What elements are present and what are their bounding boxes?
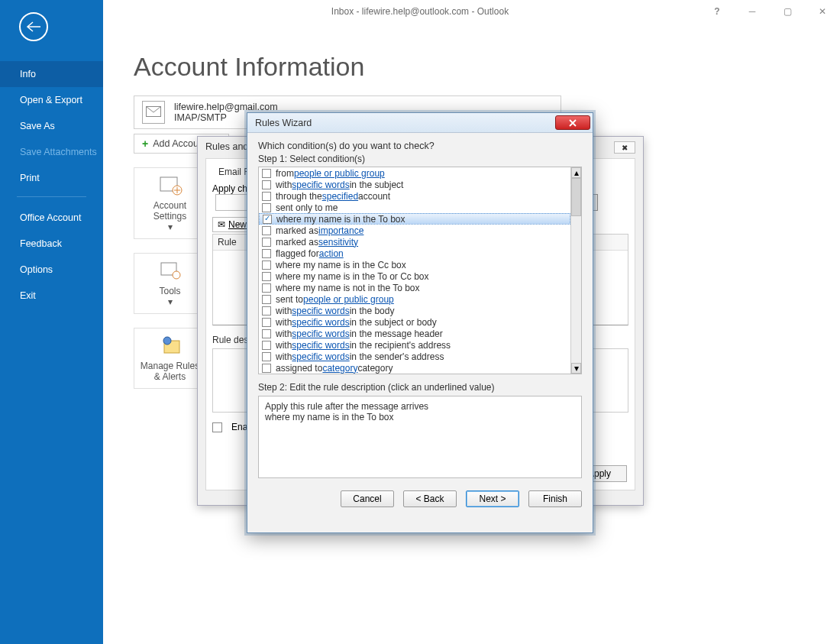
condition-link[interactable]: specific words xyxy=(292,306,349,316)
sidebar-item-exit[interactable]: Exit xyxy=(0,283,103,309)
condition-text: sent to xyxy=(276,294,303,305)
condition-text: with xyxy=(276,328,292,339)
condition-link[interactable]: category xyxy=(322,363,357,374)
condition-row[interactable]: with specific words in the subject xyxy=(259,179,570,190)
cancel-button[interactable]: Cancel xyxy=(341,490,394,507)
condition-checkbox[interactable] xyxy=(262,329,271,338)
condition-text: where my name is not in the To box xyxy=(276,283,420,293)
condition-link[interactable]: people or public group xyxy=(294,168,385,179)
rules-alerts-close-button[interactable]: ✖ xyxy=(614,141,635,154)
help-button[interactable]: ? xyxy=(699,0,735,23)
condition-text: in the sender's address xyxy=(350,351,444,362)
condition-checkbox[interactable] xyxy=(262,306,271,316)
condition-row[interactable]: where my name is in the Cc box xyxy=(259,259,570,270)
condition-row[interactable]: sent to people or public group xyxy=(259,293,570,305)
plus-icon: + xyxy=(142,138,148,150)
scroll-thumb[interactable] xyxy=(571,178,581,216)
condition-text: with xyxy=(276,351,292,362)
condition-text: assigned to xyxy=(276,363,322,374)
condition-checkbox[interactable] xyxy=(262,283,271,293)
condition-row[interactable]: where my name is in the To box xyxy=(259,213,570,225)
sidebar-item-info[interactable]: Info xyxy=(0,61,103,87)
condition-link[interactable]: specific words xyxy=(292,328,349,339)
wizard-step1-label: Step 1: Select condition(s) xyxy=(258,154,582,164)
next-button[interactable]: Next > xyxy=(466,490,519,507)
condition-text: through the xyxy=(276,191,322,202)
condition-row[interactable]: sent only to me xyxy=(259,202,570,213)
condition-checkbox[interactable] xyxy=(262,192,271,201)
condition-row[interactable]: through the specified account xyxy=(259,190,570,202)
close-icon: ✖ xyxy=(622,144,628,152)
sidebar-item-print[interactable]: Print xyxy=(0,165,103,191)
minimize-button[interactable]: ─ xyxy=(735,0,770,23)
condition-checkbox[interactable] xyxy=(262,364,271,373)
condition-link[interactable]: specific words xyxy=(292,180,349,190)
condition-text: in the message header xyxy=(350,328,443,339)
condition-row[interactable]: with specific words in the recipient's a… xyxy=(259,339,570,351)
close-button[interactable]: ✕ xyxy=(805,0,840,23)
wizard-question: Which condition(s) do you want to check? xyxy=(258,141,582,151)
condition-checkbox[interactable] xyxy=(262,226,271,235)
sidebar-separator xyxy=(17,196,86,197)
condition-row[interactable]: marked as importance xyxy=(259,225,570,236)
sidebar-item-open-export[interactable]: Open & Export xyxy=(0,87,103,113)
condition-checkbox[interactable] xyxy=(262,180,271,189)
condition-checkbox[interactable] xyxy=(262,272,271,281)
sidebar-item-feedback[interactable]: Feedback xyxy=(0,231,103,257)
condition-row[interactable]: assigned to category category xyxy=(259,362,570,374)
wizard-step2-label: Step 2: Edit the rule description (click… xyxy=(258,382,582,393)
tools-button[interactable]: Tools ▾ xyxy=(134,253,206,314)
condition-text: where my name is in the Cc box xyxy=(276,260,406,270)
scroll-down-icon[interactable]: ▾ xyxy=(571,363,581,374)
condition-link[interactable]: specific words xyxy=(292,317,349,328)
conditions-scrollbar[interactable]: ▴ ▾ xyxy=(570,167,581,374)
condition-row[interactable]: from people or public group xyxy=(259,167,570,179)
condition-link[interactable]: specified xyxy=(322,191,358,202)
condition-checkbox[interactable] xyxy=(262,249,271,258)
sidebar-item-office-account[interactable]: Office Account xyxy=(0,205,103,231)
condition-checkbox[interactable] xyxy=(262,318,271,327)
finish-button[interactable]: Finish xyxy=(528,490,582,507)
condition-row[interactable]: with specific words in the sender's addr… xyxy=(259,351,570,362)
condition-link[interactable]: people or public group xyxy=(303,294,394,305)
back-button[interactable] xyxy=(19,12,48,41)
sidebar-item-save-as[interactable]: Save As xyxy=(0,113,103,139)
account-settings-icon xyxy=(158,174,183,196)
manage-rules-button[interactable]: Manage Rules & Alerts xyxy=(134,328,206,389)
back-button[interactable]: < Back xyxy=(403,490,457,507)
condition-row[interactable]: flagged for action xyxy=(259,248,570,259)
condition-checkbox[interactable] xyxy=(262,203,271,212)
condition-checkbox[interactable] xyxy=(262,341,271,350)
condition-checkbox[interactable] xyxy=(262,238,271,247)
backstage-sidebar: InfoOpen & ExportSave AsSave Attachments… xyxy=(0,0,103,644)
condition-link[interactable]: specific words xyxy=(292,351,349,362)
condition-text: from xyxy=(276,168,294,179)
condition-text: marked as xyxy=(276,237,318,248)
wizard-close-button[interactable] xyxy=(555,115,590,130)
maximize-button[interactable]: ▢ xyxy=(770,0,805,23)
condition-text: flagged for xyxy=(276,248,319,259)
condition-row[interactable]: where my name is not in the To box xyxy=(259,282,570,293)
condition-checkbox[interactable] xyxy=(263,215,272,224)
condition-row[interactable]: with specific words in the body xyxy=(259,305,570,316)
condition-checkbox[interactable] xyxy=(262,295,271,304)
condition-row[interactable]: marked as sensitivity xyxy=(259,236,570,248)
scroll-up-icon[interactable]: ▴ xyxy=(571,167,581,178)
condition-checkbox[interactable] xyxy=(262,169,271,178)
condition-row[interactable]: where my name is in the To or Cc box xyxy=(259,270,570,282)
condition-link[interactable]: action xyxy=(319,248,344,259)
condition-checkbox[interactable] xyxy=(262,352,271,361)
account-icon xyxy=(142,101,165,124)
rules-wizard-dialog: Rules Wizard Which condition(s) do you w… xyxy=(247,112,593,533)
condition-link[interactable]: importance xyxy=(318,225,363,236)
condition-row[interactable]: with specific words in the subject or bo… xyxy=(259,316,570,328)
account-settings-button[interactable]: Account Settings ▾ xyxy=(134,167,206,239)
sidebar-item-options[interactable]: Options xyxy=(0,257,103,283)
condition-link[interactable]: specific words xyxy=(292,340,349,351)
condition-link[interactable]: sensitivity xyxy=(318,237,358,248)
enable-rules-checkbox[interactable] xyxy=(212,422,222,432)
wizard-title: Rules Wizard xyxy=(255,118,312,128)
condition-checkbox[interactable] xyxy=(262,261,271,270)
condition-row[interactable]: with specific words in the message heade… xyxy=(259,328,570,339)
condition-text: where my name is in the To or Cc box xyxy=(276,271,429,282)
